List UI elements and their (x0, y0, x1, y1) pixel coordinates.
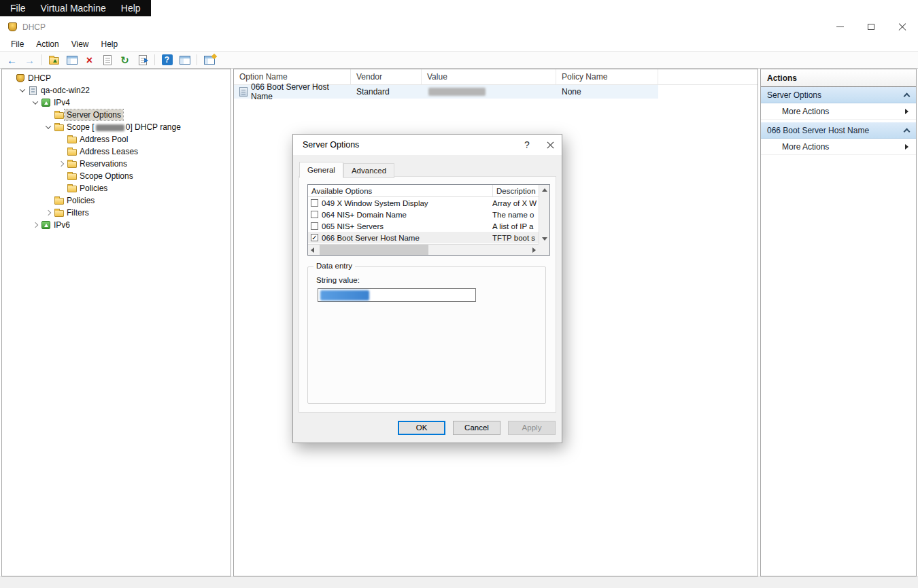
help-icon: ? (524, 139, 530, 150)
tab-page-general: Available Options Description 049 X Wind… (299, 176, 556, 413)
dialog-close-button[interactable] (539, 135, 562, 155)
properties-button[interactable] (99, 53, 115, 67)
expander-icon[interactable] (18, 88, 27, 92)
vm-menu-file[interactable]: File (3, 0, 33, 16)
up-one-level-button[interactable] (46, 53, 62, 67)
checkbox-066-checked[interactable]: ✓ (311, 234, 318, 241)
checkbox-065[interactable] (311, 222, 318, 230)
tree-item-filters[interactable]: Filters (2, 207, 231, 219)
action-pane-toggle-button[interactable] (201, 53, 217, 67)
tab-general[interactable]: General (299, 162, 343, 178)
tree-item-qa-odc-win22[interactable]: qa-odc-win22 (2, 84, 231, 97)
folder-icon (66, 160, 78, 168)
scroll-down-icon[interactable] (542, 237, 547, 241)
menu-help[interactable]: Help (95, 39, 124, 49)
redacted-option-value (428, 88, 486, 96)
expander-icon[interactable] (44, 211, 53, 215)
option-049-row[interactable]: 049 X Window System Display Array of X W (308, 197, 539, 209)
folder-icon (53, 209, 65, 217)
scroll-up-icon[interactable] (542, 188, 547, 192)
maximize-icon (868, 24, 874, 30)
tree-item-scope-policies[interactable]: Policies (2, 182, 231, 194)
tree-item-scope-options[interactable]: Scope Options (2, 170, 231, 182)
server-options-dialog: Server Options ? General Advanced Availa… (292, 134, 562, 443)
redacted-string-value (320, 290, 369, 300)
dialog-title: Server Options (303, 140, 359, 150)
tree-item-ipv6[interactable]: IPv6 (2, 219, 231, 231)
tree-item-server-options[interactable]: Server Options (2, 109, 231, 121)
horizontal-scrollbar[interactable] (308, 244, 539, 255)
vm-menu-help[interactable]: Help (114, 0, 148, 16)
ipv4-icon (40, 99, 52, 107)
show-console-tree-button[interactable] (64, 53, 80, 67)
cancel-button[interactable]: Cancel (453, 421, 500, 435)
option-row-066[interactable]: 066 Boot Server Host Name Standard None (234, 85, 658, 99)
scroll-left-icon[interactable] (311, 247, 314, 253)
tree-item-address-pool[interactable]: Address Pool (2, 133, 231, 145)
column-header-value[interactable]: Value (422, 69, 556, 84)
checkbox-064[interactable] (311, 211, 318, 218)
close-button[interactable] (887, 16, 918, 37)
menu-action[interactable]: Action (30, 39, 65, 49)
option-064-row[interactable]: 064 NIS+ Domain Name The name o (308, 209, 539, 220)
column-header-vendor[interactable]: Vendor (351, 69, 422, 84)
more-actions-066[interactable]: More Actions (761, 139, 916, 155)
column-header-available-options[interactable]: Available Options (308, 185, 493, 196)
option-066-row[interactable]: ✓ 066 Boot Server Host Name TFTP boot s (308, 232, 539, 243)
tree-item-dhcp[interactable]: DHCP (2, 72, 231, 84)
option-065-row[interactable]: 065 NIS+ Servers A list of IP a (308, 220, 539, 232)
action-section-066-boot-server-host-name[interactable]: 066 Boot Server Host Name (761, 122, 916, 139)
submenu-arrow-icon (905, 109, 908, 114)
maximize-button[interactable] (855, 16, 887, 37)
actions-pane-title: Actions (761, 69, 916, 87)
up-one-level-icon (49, 57, 59, 65)
forward-button[interactable]: → (22, 53, 37, 67)
ok-button[interactable]: OK (398, 421, 445, 435)
column-header-description[interactable]: Description (493, 185, 539, 196)
more-actions-server-options[interactable]: More Actions (761, 103, 916, 120)
dhcp-app-icon (8, 22, 17, 31)
back-button[interactable]: ← (4, 53, 20, 67)
dialog-help-button[interactable]: ? (515, 135, 539, 155)
minimize-button[interactable] (824, 16, 855, 37)
action-section-server-options[interactable]: Server Options (761, 87, 916, 103)
vertical-scrollbar[interactable] (539, 185, 549, 244)
expander-icon[interactable] (44, 125, 53, 129)
minimize-icon (836, 27, 844, 27)
column-header-policy-name[interactable]: Policy Name (556, 69, 658, 84)
tree-item-policies[interactable]: Policies (2, 194, 231, 207)
menu-bar: File Action View Help (0, 37, 918, 51)
tree-item-address-leases[interactable]: Address Leases (2, 145, 231, 158)
tree-item-ipv4[interactable]: IPv4 (2, 97, 231, 109)
folder-icon (66, 172, 78, 180)
toolbar-separator (41, 54, 42, 65)
tree-item-reservations[interactable]: Reservations (2, 158, 231, 170)
delete-button[interactable]: × (82, 53, 97, 67)
help-button[interactable]: ? (159, 53, 175, 67)
close-icon (898, 23, 906, 31)
available-options-list: Available Options Description 049 X Wind… (307, 184, 550, 256)
tab-advanced[interactable]: Advanced (343, 163, 394, 178)
scrollbar-thumb[interactable] (320, 245, 428, 255)
expander-icon[interactable] (31, 101, 40, 105)
checkbox-049[interactable] (311, 199, 318, 207)
menu-file[interactable]: File (5, 39, 30, 49)
dialog-titlebar: Server Options ? (293, 135, 562, 155)
string-value-input[interactable] (318, 288, 476, 302)
menu-view[interactable]: View (65, 39, 95, 49)
console-window-icon (180, 56, 190, 65)
window-controls (824, 16, 918, 37)
option-vendor: Standard (351, 87, 422, 97)
collapse-section-icon[interactable] (904, 92, 911, 99)
scroll-right-icon[interactable] (532, 247, 536, 253)
vm-menu-virtual-machine[interactable]: Virtual Machine (33, 0, 114, 16)
server-icon (27, 86, 39, 95)
console-window-button[interactable] (177, 53, 192, 67)
expander-icon[interactable] (56, 162, 66, 166)
export-list-button[interactable] (135, 53, 150, 67)
tree-item-scope[interactable]: Scope [0] DHCP range (2, 121, 231, 133)
apply-button[interactable]: Apply (508, 421, 556, 435)
collapse-section-icon[interactable] (904, 128, 911, 135)
expander-icon[interactable] (31, 223, 40, 227)
refresh-button[interactable]: ↻ (117, 53, 133, 67)
